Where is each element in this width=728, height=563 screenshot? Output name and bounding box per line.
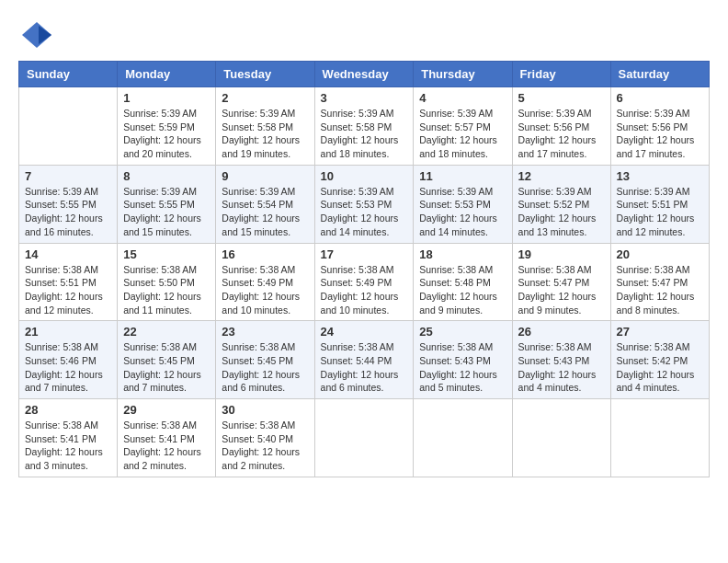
day-info: Sunrise: 5:39 AM Sunset: 5:58 PM Dayligh… bbox=[222, 107, 308, 161]
day-info: Sunrise: 5:38 AM Sunset: 5:48 PM Dayligh… bbox=[419, 263, 506, 317]
calendar-cell: 29Sunrise: 5:38 AM Sunset: 5:41 PM Dayli… bbox=[118, 399, 216, 477]
calendar-cell bbox=[512, 399, 610, 477]
calendar-cell: 18Sunrise: 5:38 AM Sunset: 5:48 PM Dayli… bbox=[414, 243, 512, 321]
calendar-cell bbox=[19, 87, 118, 166]
day-number: 18 bbox=[419, 247, 506, 261]
day-number: 19 bbox=[518, 247, 605, 261]
day-number: 20 bbox=[617, 247, 703, 261]
calendar-cell: 25Sunrise: 5:38 AM Sunset: 5:43 PM Dayli… bbox=[414, 321, 512, 399]
day-info: Sunrise: 5:38 AM Sunset: 5:47 PM Dayligh… bbox=[518, 263, 605, 317]
calendar-cell: 5Sunrise: 5:39 AM Sunset: 5:56 PM Daylig… bbox=[512, 87, 610, 166]
calendar-cell: 14Sunrise: 5:38 AM Sunset: 5:51 PM Dayli… bbox=[19, 243, 118, 321]
calendar-cell: 11Sunrise: 5:39 AM Sunset: 5:53 PM Dayli… bbox=[414, 165, 512, 243]
day-number: 12 bbox=[518, 169, 605, 183]
day-info: Sunrise: 5:38 AM Sunset: 5:46 PM Dayligh… bbox=[25, 340, 111, 395]
day-number: 29 bbox=[123, 403, 210, 417]
day-info: Sunrise: 5:38 AM Sunset: 5:40 PM Dayligh… bbox=[222, 419, 308, 473]
day-info: Sunrise: 5:39 AM Sunset: 5:53 PM Dayligh… bbox=[419, 185, 506, 239]
day-number: 25 bbox=[419, 325, 506, 339]
day-info: Sunrise: 5:39 AM Sunset: 5:53 PM Dayligh… bbox=[321, 185, 408, 239]
calendar-cell: 22Sunrise: 5:38 AM Sunset: 5:45 PM Dayli… bbox=[118, 321, 216, 399]
day-number: 7 bbox=[25, 169, 111, 183]
calendar-week-row: 7Sunrise: 5:39 AM Sunset: 5:55 PM Daylig… bbox=[19, 165, 710, 243]
calendar-cell: 7Sunrise: 5:39 AM Sunset: 5:55 PM Daylig… bbox=[19, 165, 118, 243]
calendar-cell: 16Sunrise: 5:38 AM Sunset: 5:49 PM Dayli… bbox=[216, 243, 314, 321]
column-header-sunday: Sunday bbox=[19, 62, 118, 87]
calendar-cell: 1Sunrise: 5:39 AM Sunset: 5:59 PM Daylig… bbox=[118, 87, 216, 166]
calendar-week-row: 1Sunrise: 5:39 AM Sunset: 5:59 PM Daylig… bbox=[19, 87, 710, 166]
day-info: Sunrise: 5:38 AM Sunset: 5:41 PM Dayligh… bbox=[123, 419, 210, 473]
day-number: 26 bbox=[518, 325, 605, 339]
day-info: Sunrise: 5:39 AM Sunset: 5:55 PM Dayligh… bbox=[123, 185, 210, 239]
day-info: Sunrise: 5:38 AM Sunset: 5:43 PM Dayligh… bbox=[419, 340, 506, 395]
calendar-cell: 27Sunrise: 5:38 AM Sunset: 5:42 PM Dayli… bbox=[610, 321, 709, 399]
day-info: Sunrise: 5:38 AM Sunset: 5:45 PM Dayligh… bbox=[123, 340, 210, 395]
calendar-cell: 20Sunrise: 5:38 AM Sunset: 5:47 PM Dayli… bbox=[610, 243, 709, 321]
day-info: Sunrise: 5:39 AM Sunset: 5:55 PM Dayligh… bbox=[25, 185, 111, 239]
day-number: 21 bbox=[25, 325, 111, 339]
calendar-cell: 24Sunrise: 5:38 AM Sunset: 5:44 PM Dayli… bbox=[314, 321, 414, 399]
calendar-cell: 26Sunrise: 5:38 AM Sunset: 5:43 PM Dayli… bbox=[512, 321, 610, 399]
day-info: Sunrise: 5:39 AM Sunset: 5:58 PM Dayligh… bbox=[321, 107, 408, 161]
page-header bbox=[18, 18, 710, 52]
day-number: 6 bbox=[617, 91, 703, 105]
day-number: 4 bbox=[419, 91, 506, 105]
calendar-cell: 4Sunrise: 5:39 AM Sunset: 5:57 PM Daylig… bbox=[414, 87, 512, 166]
day-number: 27 bbox=[617, 325, 703, 339]
day-info: Sunrise: 5:38 AM Sunset: 5:47 PM Dayligh… bbox=[617, 263, 703, 317]
calendar-cell: 12Sunrise: 5:39 AM Sunset: 5:52 PM Dayli… bbox=[512, 165, 610, 243]
calendar-week-row: 28Sunrise: 5:38 AM Sunset: 5:41 PM Dayli… bbox=[19, 399, 710, 477]
day-number: 23 bbox=[222, 325, 308, 339]
calendar-cell bbox=[414, 399, 512, 477]
day-number: 17 bbox=[321, 247, 408, 261]
column-header-wednesday: Wednesday bbox=[314, 62, 414, 87]
calendar-cell: 19Sunrise: 5:38 AM Sunset: 5:47 PM Dayli… bbox=[512, 243, 610, 321]
day-number: 14 bbox=[25, 247, 111, 261]
calendar-cell bbox=[610, 399, 709, 477]
calendar-cell: 13Sunrise: 5:39 AM Sunset: 5:51 PM Dayli… bbox=[610, 165, 709, 243]
day-info: Sunrise: 5:38 AM Sunset: 5:41 PM Dayligh… bbox=[25, 419, 111, 473]
column-header-friday: Friday bbox=[512, 62, 610, 87]
day-number: 5 bbox=[518, 91, 605, 105]
day-info: Sunrise: 5:38 AM Sunset: 5:43 PM Dayligh… bbox=[518, 340, 605, 395]
logo bbox=[18, 18, 55, 52]
day-info: Sunrise: 5:39 AM Sunset: 5:56 PM Dayligh… bbox=[617, 107, 703, 161]
calendar-week-row: 14Sunrise: 5:38 AM Sunset: 5:51 PM Dayli… bbox=[19, 243, 710, 321]
day-number: 2 bbox=[222, 91, 308, 105]
day-info: Sunrise: 5:39 AM Sunset: 5:56 PM Dayligh… bbox=[518, 107, 605, 161]
calendar-cell: 8Sunrise: 5:39 AM Sunset: 5:55 PM Daylig… bbox=[118, 165, 216, 243]
day-info: Sunrise: 5:39 AM Sunset: 5:59 PM Dayligh… bbox=[123, 107, 210, 161]
column-header-thursday: Thursday bbox=[414, 62, 512, 87]
day-info: Sunrise: 5:39 AM Sunset: 5:52 PM Dayligh… bbox=[518, 185, 605, 239]
calendar-cell: 9Sunrise: 5:39 AM Sunset: 5:54 PM Daylig… bbox=[216, 165, 314, 243]
logo-icon bbox=[18, 18, 51, 52]
day-info: Sunrise: 5:38 AM Sunset: 5:49 PM Dayligh… bbox=[222, 263, 308, 317]
calendar-cell: 2Sunrise: 5:39 AM Sunset: 5:58 PM Daylig… bbox=[216, 87, 314, 166]
calendar-cell: 23Sunrise: 5:38 AM Sunset: 5:45 PM Dayli… bbox=[216, 321, 314, 399]
day-number: 13 bbox=[617, 169, 703, 183]
day-number: 11 bbox=[419, 169, 506, 183]
day-info: Sunrise: 5:39 AM Sunset: 5:51 PM Dayligh… bbox=[617, 185, 703, 239]
day-info: Sunrise: 5:38 AM Sunset: 5:49 PM Dayligh… bbox=[321, 263, 408, 317]
day-number: 24 bbox=[321, 325, 408, 339]
column-header-monday: Monday bbox=[118, 62, 216, 87]
day-number: 30 bbox=[222, 403, 308, 417]
day-number: 28 bbox=[25, 403, 111, 417]
day-info: Sunrise: 5:38 AM Sunset: 5:50 PM Dayligh… bbox=[123, 263, 210, 317]
day-number: 15 bbox=[123, 247, 210, 261]
calendar-cell: 15Sunrise: 5:38 AM Sunset: 5:50 PM Dayli… bbox=[118, 243, 216, 321]
day-info: Sunrise: 5:38 AM Sunset: 5:42 PM Dayligh… bbox=[617, 340, 703, 395]
column-header-tuesday: Tuesday bbox=[216, 62, 314, 87]
day-number: 3 bbox=[321, 91, 408, 105]
calendar-cell bbox=[314, 399, 414, 477]
day-number: 8 bbox=[123, 169, 210, 183]
day-number: 22 bbox=[123, 325, 210, 339]
day-number: 16 bbox=[222, 247, 308, 261]
calendar-cell: 3Sunrise: 5:39 AM Sunset: 5:58 PM Daylig… bbox=[314, 87, 414, 166]
day-info: Sunrise: 5:38 AM Sunset: 5:51 PM Dayligh… bbox=[25, 263, 111, 317]
calendar-cell: 28Sunrise: 5:38 AM Sunset: 5:41 PM Dayli… bbox=[19, 399, 118, 477]
day-info: Sunrise: 5:38 AM Sunset: 5:44 PM Dayligh… bbox=[321, 340, 408, 395]
calendar-cell: 17Sunrise: 5:38 AM Sunset: 5:49 PM Dayli… bbox=[314, 243, 414, 321]
day-info: Sunrise: 5:39 AM Sunset: 5:57 PM Dayligh… bbox=[419, 107, 506, 161]
day-number: 1 bbox=[123, 91, 210, 105]
